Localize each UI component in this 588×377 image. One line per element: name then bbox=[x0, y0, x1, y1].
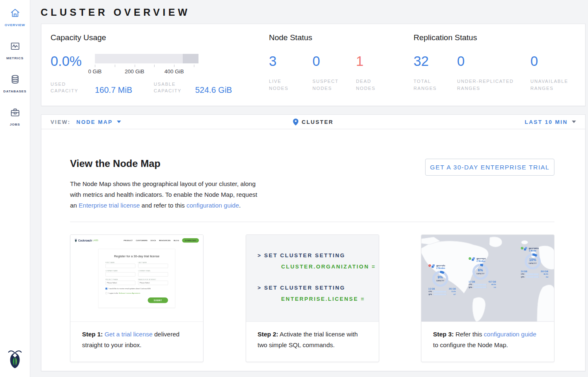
node-status-title: Node Status bbox=[269, 33, 381, 42]
step3-card: ! geo=sfo 2 Nodes 9% bbox=[421, 234, 554, 362]
mini-download-button: DOWNLOAD bbox=[182, 238, 199, 243]
locality-ams: ✓ geo=ams 1 Node 10% bbox=[521, 247, 552, 278]
status-ok-icon: ✓ bbox=[521, 247, 523, 249]
cpu-bar bbox=[526, 273, 539, 275]
mini-license-agreement-link: Software License Agreement. bbox=[119, 292, 140, 295]
capacity-gauge-ticks bbox=[95, 65, 194, 68]
step1-card: Cockroach LABS PRODUCT CUSTOMERS DOCS RE… bbox=[70, 234, 203, 362]
mini-submit-button: SUBMIT bbox=[148, 297, 168, 303]
sidebar-item-databases[interactable]: DATABASES bbox=[0, 66, 30, 99]
mini-nav-item: CUSTOMERS bbox=[136, 239, 148, 242]
mini-brand-suffix: LABS bbox=[93, 239, 99, 242]
unavailable-ranges-value: 0 bbox=[530, 54, 576, 69]
axis-tick-label: 0 GiB bbox=[88, 68, 102, 75]
under-replicated-ranges-label: UNDER-REPLICATED RANGES bbox=[457, 78, 523, 92]
cpu-label: CPU bbox=[521, 273, 526, 276]
qps-value: 8.4 bbox=[546, 276, 548, 278]
mini-checkbox-unchecked bbox=[106, 292, 108, 295]
sidebar-item-overview[interactable]: OVERVIEW bbox=[0, 0, 30, 33]
unavailable-ranges-label: UNAVAILABLE RANGES bbox=[530, 78, 576, 92]
sql-command: > SET CLUSTER SETTING bbox=[258, 285, 379, 291]
description-text: and refer to this bbox=[140, 202, 186, 209]
capacity-donut: 6% CAPACITY bbox=[472, 264, 489, 280]
mini-trial-form: Register for a 30-day trial license FIRS… bbox=[98, 249, 175, 308]
sidebar-item-label: DATABASES bbox=[3, 89, 27, 93]
step2-card: > SET CLUSTER SETTING CLUSTER.ORGANIZATI… bbox=[246, 234, 379, 362]
capacity-gauge-axis: 0 GiB 200 GiB 400 GiB bbox=[95, 68, 194, 75]
capacity-gauge-reserved-segment bbox=[183, 54, 198, 63]
mini-field-label: LAST NAME bbox=[138, 262, 168, 263]
usable-capacity-value: 524.6 GiB bbox=[195, 86, 232, 94]
capacity-label: CAPACITY bbox=[525, 263, 541, 264]
locality-sfo: ! geo=sfo 2 Nodes 9% bbox=[428, 264, 460, 295]
mini-last-name-input bbox=[138, 264, 168, 268]
mini-brand-name: Cockroach bbox=[78, 239, 92, 242]
time-range-value: LAST 10 MIN bbox=[525, 119, 568, 125]
description-text: . bbox=[239, 202, 241, 209]
mini-checkbox-checked: ✓ bbox=[106, 288, 108, 290]
total-capacity: 43.7 GiB bbox=[489, 281, 496, 283]
nodes-icon bbox=[524, 247, 528, 251]
mini-field-label: REASON FOR INTEREST bbox=[138, 279, 168, 280]
qps-label: QPS bbox=[469, 286, 474, 288]
step1-caption: Step 1: Get a trial license delivered st… bbox=[70, 322, 203, 358]
cockroach-labs-logo bbox=[8, 349, 22, 371]
node-status-group: Node Status 3 LIVE NODES 0 SUSPECT NODES… bbox=[269, 33, 381, 92]
chevron-down-icon bbox=[117, 121, 121, 123]
mini-nav-item: PRODUCT bbox=[123, 239, 133, 242]
mini-first-name-input bbox=[106, 264, 136, 268]
replication-status-title: Replication Status bbox=[414, 33, 576, 42]
configuration-guide-link[interactable]: configuration guide bbox=[186, 202, 239, 209]
dead-nodes-label: DEAD NODES bbox=[356, 78, 381, 92]
mini-checkbox-label: I would like to receive email updates ab… bbox=[109, 288, 151, 290]
step3-text: to configure the Node Map. bbox=[433, 341, 508, 348]
divider bbox=[70, 222, 554, 222]
get-trial-license-link[interactable]: Get a trial license bbox=[104, 331, 152, 338]
step2-prefix: Step 2: bbox=[258, 331, 278, 338]
configuration-guide-link[interactable]: configuration guide bbox=[484, 331, 537, 338]
time-range-dropdown[interactable]: LAST 10 MIN bbox=[525, 119, 576, 125]
sidebar-item-metrics[interactable]: METRICS bbox=[0, 33, 30, 66]
chevron-down-icon bbox=[572, 121, 576, 123]
used-capacity-label: USED CAPACITY bbox=[51, 81, 95, 94]
cpu-value: 11.0% bbox=[451, 291, 456, 293]
cpu-label: CPU bbox=[469, 284, 474, 286]
live-nodes-label: LIVE NODES bbox=[269, 78, 298, 92]
sidebar-item-label: OVERVIEW bbox=[5, 23, 25, 27]
view-dropdown-value: NODE MAP bbox=[76, 119, 113, 125]
qps-label: QPS bbox=[428, 293, 433, 295]
cluster-summary-panel: Capacity Usage 0.0% 0 GiB 200 GiB 400 Gi… bbox=[41, 24, 586, 106]
qps-value: 4.7 bbox=[453, 293, 456, 295]
node-map-section: View the Node Map The Node Map shows the… bbox=[41, 129, 586, 371]
mini-site-nav: PRODUCT CUSTOMERS DOCS RESOURCES BLOG DO… bbox=[123, 238, 199, 243]
total-capacity: 36.6 GiB bbox=[541, 271, 548, 273]
qps-label: QPS bbox=[521, 276, 526, 278]
cluster-breadcrumb-label: CLUSTER bbox=[302, 119, 334, 125]
view-dropdown[interactable]: NODE MAP bbox=[76, 119, 121, 125]
sidebar-item-label: JOBS bbox=[10, 123, 20, 126]
cpu-value: 42.5% bbox=[491, 284, 496, 286]
sidebar-item-jobs[interactable]: JOBS bbox=[0, 99, 30, 133]
capacity-percent: 6% bbox=[472, 268, 489, 273]
replication-status-group: Replication Status 32 TOTAL RANGES 0 UND… bbox=[414, 33, 576, 92]
capacity-percent: 10% bbox=[525, 258, 541, 262]
mini-project-phase-select: Please Select bbox=[106, 281, 136, 285]
sql-command: > SET CLUSTER SETTING bbox=[258, 252, 379, 259]
enterprise-trial-button[interactable]: GET A 30-DAY ENTERPRISE TRIAL bbox=[425, 159, 554, 176]
locality-nyc: ✓ geo=nyc 2 Nodes 6% bbox=[469, 257, 500, 288]
axis-tick-label: 400 GiB bbox=[165, 68, 184, 75]
suspect-nodes-label: SUSPECT NODES bbox=[312, 78, 344, 92]
page-title: CLUSTER OVERVIEW bbox=[41, 7, 588, 18]
used-capacity: 3.6 GiB bbox=[521, 271, 528, 273]
enterprise-trial-license-link[interactable]: Enterprise trial license bbox=[79, 202, 140, 209]
capacity-gauge-bar bbox=[95, 54, 198, 63]
main-content: CLUSTER OVERVIEW Capacity Usage 0.0% 0 G… bbox=[30, 0, 588, 371]
step3-node-map-preview: ! geo=sfo 2 Nodes 9% bbox=[421, 235, 554, 322]
total-ranges-value: 32 bbox=[414, 54, 457, 69]
cpu-label: CPU bbox=[428, 291, 433, 293]
cluster-breadcrumb: CLUSTER bbox=[293, 118, 334, 126]
capacity-label: CAPACITY bbox=[432, 280, 448, 282]
status-ok-icon: ✓ bbox=[469, 257, 471, 260]
view-label: VIEW: bbox=[51, 119, 70, 125]
locality-node-count: 2 Nodes bbox=[477, 260, 486, 263]
